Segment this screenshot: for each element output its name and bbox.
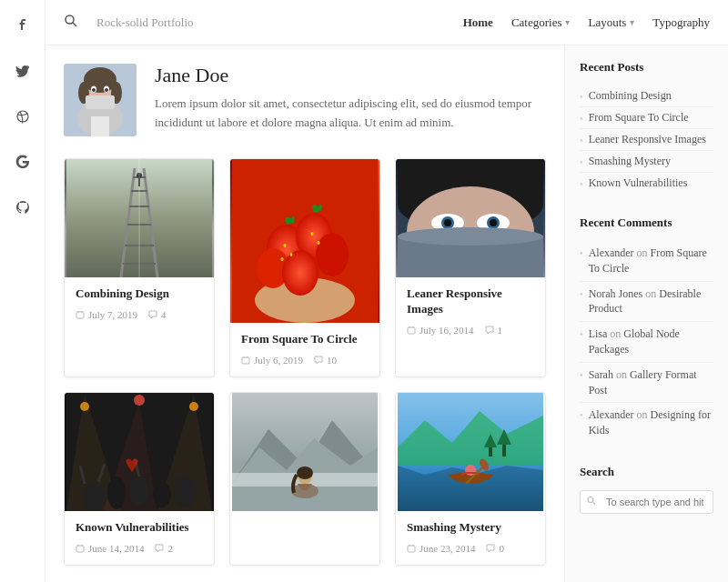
search-form [580,490,713,514]
post-comments: 4 [148,309,167,320]
svg-point-14 [92,88,96,92]
svg-point-64 [129,477,149,506]
post-date: July 7, 2019 [76,309,137,320]
list-item[interactable]: Combining Design [580,85,713,107]
svg-point-65 [153,482,171,507]
post-title[interactable]: Leaner Responsive Images [407,286,534,317]
post-card[interactable]: Known Vulnerabilities June 14, 2014 2 [64,392,215,566]
post-title [241,520,369,535]
post-card[interactable]: Combining Design July 7, 2019 4 [64,158,215,377]
search-input[interactable] [580,490,713,514]
svg-point-1 [66,15,74,24]
post-meta: July 16, 2014 1 [407,325,534,336]
search-title: Search [580,465,713,479]
main-content: Jane Doe Lorem ipsum dolor sit amet, con… [46,45,564,582]
svg-point-62 [83,484,105,511]
svg-rect-17 [66,159,212,277]
svg-rect-28 [76,312,84,318]
twitter-icon[interactable] [8,56,37,85]
post-date: July 6, 2019 [241,355,303,366]
post-card[interactable] [229,392,380,566]
post-card-body: Known Vulnerabilities June 14, 2014 2 [65,511,214,565]
post-comments: 10 [314,355,337,366]
top-navigation: Rock-solid Portfolio Home Categories ▾ L… [46,0,728,45]
post-image [396,159,545,277]
author-name: Jane Doe [155,64,546,87]
comment-item: Norah Jones on Desirable Product [580,282,713,323]
post-comments: 0 [486,543,504,554]
post-card-body [230,511,379,553]
nav-categories[interactable]: Categories ▾ [511,15,571,30]
post-card[interactable]: From Square To Circle July 6, 2019 10 [229,158,380,377]
search-widget: Search [580,465,713,514]
categories-dropdown-arrow: ▾ [565,17,570,27]
site-title: Rock-solid Portfolio [96,15,194,30]
svg-rect-58 [408,327,415,334]
svg-point-15 [105,88,108,92]
svg-line-2 [73,23,76,26]
svg-rect-89 [408,546,415,552]
facebook-icon[interactable] [8,11,37,40]
svg-point-37 [282,250,318,296]
svg-point-66 [174,477,196,507]
github-icon[interactable] [8,193,37,222]
svg-point-54 [444,219,451,226]
svg-point-80 [297,467,313,479]
svg-rect-43 [242,357,249,364]
svg-point-57 [398,227,543,246]
svg-rect-73 [76,546,84,552]
svg-point-40 [281,257,284,261]
post-card-body: From Square To Circle July 6, 2019 10 [230,323,379,376]
post-date: June 14, 2014 [76,543,144,554]
post-comments: 2 [155,543,173,554]
nav-typography[interactable]: Typography [652,15,710,30]
svg-point-55 [490,219,497,226]
search-icon-small [587,495,596,508]
post-image [65,159,214,277]
recent-comments-widget: Recent Comments Alexander on From Square… [580,216,713,443]
recent-comments-title: Recent Comments [580,216,713,230]
dribbble-icon[interactable] [8,102,37,131]
google-icon[interactable] [8,147,37,176]
post-image [230,159,379,323]
comment-item: Sarah on Gallery Format Post [580,363,713,404]
post-card[interactable]: Leaner Responsive Images July 16, 2014 1 [395,158,546,377]
svg-rect-6 [91,116,109,136]
svg-point-86 [465,465,476,476]
svg-point-41 [311,232,314,236]
svg-rect-11 [86,95,115,109]
svg-line-93 [593,502,595,504]
nav-layouts[interactable]: Layouts ▾ [588,15,634,30]
post-title[interactable]: From Square To Circle [241,332,369,347]
author-bio: Lorem ipsum dolor sit amet, consectetur … [155,95,546,133]
search-icon[interactable] [64,14,78,32]
author-avatar [64,64,136,136]
author-info: Jane Doe Lorem ipsum dolor sit amet, con… [155,64,546,133]
social-icon-bar [0,0,46,582]
post-meta: June 14, 2014 2 [76,543,203,554]
svg-point-38 [284,244,287,247]
svg-point-26 [136,173,142,178]
layouts-dropdown-arrow: ▾ [630,17,634,27]
post-date: June 23, 2014 [407,543,475,554]
post-meta: June 23, 2014 0 [407,543,534,554]
list-item[interactable]: Leaner Responsive Images [580,129,713,151]
posts-grid: Combining Design July 7, 2019 4 [64,158,546,566]
post-title[interactable]: Known Vulnerabilities [76,520,203,536]
comment-item: Alexander on Designing for Kids [580,403,713,443]
svg-point-71 [134,395,145,406]
post-card[interactable]: Smashing Mystery June 23, 2014 0 [395,392,546,566]
list-item[interactable]: Smashing Mystery [580,151,713,173]
post-title[interactable]: Smashing Mystery [407,520,534,536]
author-section: Jane Doe Lorem ipsum dolor sit amet, con… [64,64,546,136]
post-card-body: Combining Design July 7, 2019 4 [65,277,214,331]
recent-posts-widget: Recent Posts Combining Design From Squar… [580,60,713,194]
recent-posts-title: Recent Posts [580,60,713,75]
list-item[interactable]: Known Vulnerabilities [580,173,713,194]
post-title[interactable]: Combining Design [76,286,203,302]
nav-links: Home Categories ▾ Layouts ▾ Typography [463,15,710,30]
list-item[interactable]: From Square To Circle [580,107,713,129]
nav-home[interactable]: Home [463,15,493,30]
svg-point-35 [316,233,349,276]
comment-item: Alexander on From Square To Circle [580,241,713,282]
